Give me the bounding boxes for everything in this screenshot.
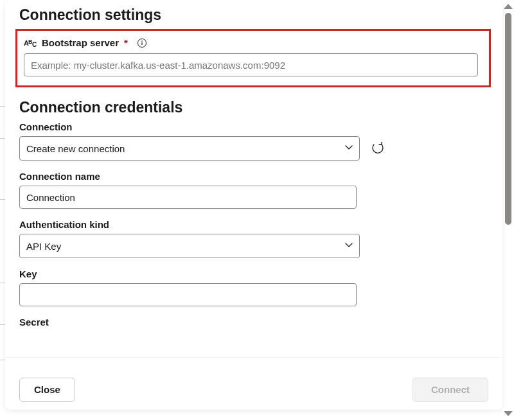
auth-kind-select-value: API Key — [26, 241, 61, 252]
key-input[interactable] — [19, 283, 357, 306]
svg-point-4 — [141, 40, 143, 42]
connect-button[interactable]: Connect — [412, 378, 488, 402]
refresh-button[interactable] — [370, 141, 386, 156]
scrollbar[interactable] — [504, 4, 513, 416]
bootstrap-highlight-box: A B C Bootstrap server * — [15, 29, 491, 87]
info-icon[interactable] — [137, 38, 147, 48]
connection-label: Connection — [19, 121, 488, 132]
secret-label: Secret — [19, 317, 488, 328]
connection-name-input[interactable] — [19, 186, 357, 209]
connection-select-wrap: Create new connection — [19, 136, 360, 161]
required-asterisk: * — [124, 37, 128, 48]
bootstrap-server-input[interactable] — [24, 53, 478, 76]
left-edge-ticks — [0, 0, 5, 410]
connection-select-value: Create new connection — [26, 143, 125, 154]
key-field: Key — [19, 268, 488, 306]
scroll-down-arrow-icon[interactable] — [504, 411, 513, 416]
secret-field: Secret — [19, 317, 488, 328]
panel-footer: Close Connect — [5, 357, 502, 410]
svg-text:C: C — [32, 41, 37, 48]
connection-select[interactable]: Create new connection — [19, 136, 360, 161]
connection-panel: Connection settings A B C Bootstrap serv… — [5, 0, 502, 410]
connection-field: Connection Create new connection — [19, 121, 488, 161]
text-type-abc-icon: A B C — [24, 38, 38, 48]
auth-kind-label: Authentication kind — [19, 219, 488, 230]
section-heading-settings: Connection settings — [19, 6, 488, 24]
scroll-thumb[interactable] — [505, 13, 511, 225]
bootstrap-label-row: A B C Bootstrap server * — [24, 37, 483, 48]
bootstrap-label: Bootstrap server — [42, 37, 119, 48]
key-label: Key — [19, 268, 488, 279]
connection-name-label: Connection name — [19, 171, 488, 182]
auth-kind-select-wrap: API Key — [19, 234, 360, 258]
connection-name-field: Connection name — [19, 171, 488, 209]
connection-select-row: Create new connection — [19, 136, 488, 161]
panel-body: Connection settings A B C Bootstrap serv… — [5, 0, 502, 357]
section-heading-credentials: Connection credentials — [19, 99, 488, 116]
close-button[interactable]: Close — [19, 378, 75, 402]
scroll-up-arrow-icon[interactable] — [504, 4, 513, 9]
auth-kind-field: Authentication kind API Key — [19, 219, 488, 258]
auth-kind-select[interactable]: API Key — [19, 234, 360, 258]
